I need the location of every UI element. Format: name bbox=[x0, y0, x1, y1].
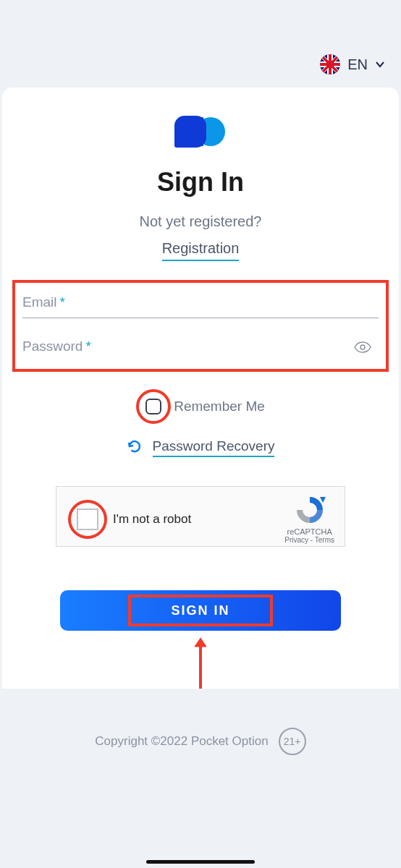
recaptcha-widget: I'm not a robot reCAPTCHA Privacy - Term… bbox=[56, 486, 345, 547]
home-indicator bbox=[146, 860, 255, 864]
captcha-label: I'm not a robot bbox=[113, 512, 191, 527]
remember-checkbox[interactable] bbox=[145, 399, 161, 414]
recaptcha-icon bbox=[294, 494, 326, 526]
email-label: Email* bbox=[22, 294, 65, 310]
copyright-text: Copyright ©2022 Pocket Option bbox=[95, 734, 268, 749]
password-recovery-link[interactable]: Password Recovery bbox=[153, 438, 275, 457]
subtext: Not yet registered? bbox=[17, 213, 384, 230]
credentials-highlight-box: Email* Password* bbox=[12, 280, 389, 372]
password-field[interactable]: Password* bbox=[22, 318, 379, 362]
footer: Copyright ©2022 Pocket Option 21+ bbox=[0, 713, 401, 761]
page-title: Sign In bbox=[17, 167, 384, 197]
password-label: Password* bbox=[22, 339, 91, 354]
remember-highlight-circle bbox=[136, 389, 171, 424]
arrow-up-icon bbox=[60, 638, 341, 689]
svg-marker-3 bbox=[195, 638, 206, 647]
age-badge: 21+ bbox=[279, 728, 306, 755]
eye-icon[interactable] bbox=[354, 341, 371, 356]
registration-link[interactable]: Registration bbox=[162, 240, 240, 261]
recaptcha-brand-text: reCAPTCHA bbox=[284, 527, 334, 536]
captcha-highlight-circle bbox=[68, 500, 107, 539]
chevron-down-icon bbox=[375, 59, 385, 69]
signin-button[interactable]: SIGN IN bbox=[60, 590, 341, 631]
recaptcha-branding: reCAPTCHA Privacy - Terms bbox=[284, 494, 334, 544]
remember-label: Remember Me bbox=[174, 399, 265, 414]
signin-button-label: SIGN IN bbox=[171, 603, 229, 618]
svg-marker-1 bbox=[320, 497, 326, 503]
language-label: EN bbox=[347, 56, 368, 73]
captcha-checkbox[interactable] bbox=[77, 509, 98, 530]
email-field[interactable]: Email* bbox=[22, 289, 379, 318]
app-logo bbox=[17, 114, 384, 150]
refresh-icon bbox=[127, 438, 143, 457]
language-selector[interactable]: EN bbox=[0, 54, 401, 88]
svg-point-0 bbox=[360, 345, 365, 349]
signin-card: Sign In Not yet registered? Registration… bbox=[2, 88, 399, 689]
uk-flag-icon bbox=[320, 54, 340, 75]
recaptcha-links[interactable]: Privacy - Terms bbox=[284, 536, 334, 544]
